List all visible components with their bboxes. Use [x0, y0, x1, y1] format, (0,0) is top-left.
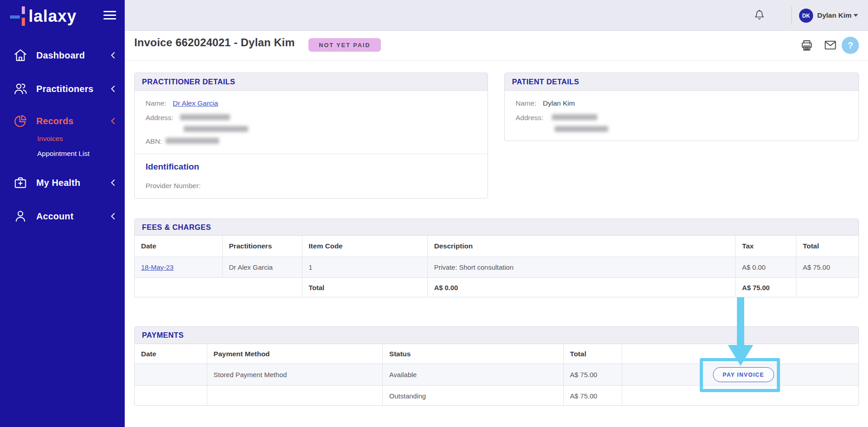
section-title: PAYMENTS [142, 331, 184, 340]
sidebar: lalaxy Dashboard Practitioners Records I… [0, 0, 125, 427]
topbar: DK Dylan Kim [125, 0, 868, 31]
total-label-cell: Total [302, 278, 428, 297]
help-button[interactable]: ? [842, 37, 859, 54]
chevron-left-icon [110, 117, 116, 125]
sidebar-item-records[interactable]: Records [0, 111, 125, 131]
fee-tax-cell: A$ 0.00 [736, 257, 796, 277]
home-icon [13, 48, 28, 63]
payment-date-cell [135, 386, 207, 406]
section-title: PATIENT DETAILS [512, 78, 579, 86]
logo-text: lalaxy [29, 6, 77, 27]
fees-table-row: 18-May-23 Dr Alex Garcia 1 Private: Shor… [135, 257, 858, 277]
user-name[interactable]: Dylan Kim [817, 11, 852, 19]
sidebar-item-label: My Health [36, 178, 80, 188]
section-title: FEES & CHARGES [142, 223, 211, 232]
practitioners-icon [13, 81, 28, 97]
patient-name: Dylan Kim [543, 99, 575, 107]
sidebar-subitem-appointment-list[interactable]: Appointment List [37, 150, 89, 158]
print-icon[interactable] [800, 38, 814, 53]
grand-total-cell: A$ 75.00 [736, 278, 796, 297]
fee-description-cell: Private: Short consultation [428, 257, 736, 277]
status-badge: NOT YET PAID [308, 38, 381, 52]
fee-total-cell: A$ 75.00 [796, 257, 858, 277]
col-header-item-code: Item Code [302, 236, 428, 257]
address-label: Address: [516, 114, 543, 122]
user-avatar[interactable]: DK [799, 9, 813, 23]
col-header-date: Date [135, 344, 207, 364]
col-header-total: Total [796, 236, 858, 257]
annotation-highlight-box [700, 358, 780, 392]
name-label: Name: [146, 99, 166, 107]
notifications-bell-icon[interactable] [753, 9, 766, 22]
fees-total-row: Total A$ 0.00 A$ 75.00 [135, 277, 858, 297]
fee-practitioner-cell: Dr Alex Garcia [223, 257, 302, 277]
sidebar-item-account[interactable]: Account [0, 206, 125, 227]
payment-method-cell [207, 386, 383, 406]
fee-date-link[interactable]: 18-May-23 [141, 263, 174, 271]
topbar-divider [791, 6, 792, 24]
halaxy-logo-icon [10, 6, 28, 27]
col-header-practitioners: Practitioners [223, 236, 302, 257]
sidebar-item-dashboard[interactable]: Dashboard [0, 45, 125, 66]
sidebar-item-label: Practitioners [36, 84, 93, 94]
main-content: DK Dylan Kim Invoice 662024021 - Dylan K… [125, 0, 868, 427]
redacted-address-line2 [555, 126, 608, 132]
sidebar-item-label: Records [36, 116, 73, 126]
medkit-icon [13, 175, 28, 190]
title-divider [125, 60, 868, 61]
fee-item-code-cell: 1 [302, 257, 428, 277]
card-header: FEES & CHARGES [135, 219, 858, 236]
provider-number-label: Provider Number: [146, 182, 200, 190]
practitioner-details-card: PRACTITIONER DETAILS Name: Dr Alex Garci… [134, 73, 488, 199]
card-header: PRACTITIONER DETAILS [135, 73, 488, 91]
payment-status-cell: Outstanding [383, 386, 564, 406]
payment-date-cell [135, 364, 207, 385]
sidebar-subitem-invoices[interactable]: Invoices [37, 135, 63, 143]
page-title: Invoice 662024021 - Dylan Kim [134, 36, 295, 49]
redacted-address-line1 [180, 114, 230, 120]
menu-toggle-icon[interactable] [103, 11, 116, 21]
fee-date-cell: 18-May-23 [135, 257, 223, 277]
person-icon [13, 209, 28, 224]
section-title: PRACTITIONER DETAILS [142, 78, 235, 86]
payment-total-cell: A$ 75.00 [564, 364, 622, 385]
card-header: PAYMENTS [135, 327, 858, 344]
chevron-left-icon [110, 52, 116, 59]
records-pie-icon [13, 113, 28, 129]
tax-sum-cell: A$ 0.00 [428, 278, 736, 297]
col-header-description: Description [428, 236, 736, 257]
sidebar-item-label: Dashboard [36, 50, 85, 61]
chevron-left-icon [110, 213, 116, 220]
practitioner-name-link[interactable]: Dr Alex Garcia [173, 99, 218, 107]
fees-charges-card: FEES & CHARGES Date Practitioners Item C… [134, 218, 859, 297]
email-icon[interactable] [823, 39, 838, 53]
identification-title: Identification [146, 162, 199, 172]
empty-cell [135, 278, 302, 297]
name-label: Name: [516, 99, 536, 107]
col-header-payment-method: Payment Method [207, 344, 383, 364]
redacted-abn [166, 138, 219, 144]
sidebar-item-my-health[interactable]: My Health [0, 172, 125, 193]
col-header-status: Status [383, 344, 564, 364]
card-header: PATIENT DETAILS [505, 73, 858, 91]
col-header-total: Total [564, 344, 622, 364]
col-header-tax: Tax [736, 236, 796, 257]
sidebar-item-practitioners[interactable]: Practitioners [0, 78, 125, 99]
redacted-address-line2 [184, 126, 248, 132]
halaxy-logo[interactable]: lalaxy [10, 5, 77, 28]
chevron-down-icon[interactable] [853, 14, 858, 17]
patient-details-card: PATIENT DETAILS Name: Dylan Kim Address: [504, 73, 859, 141]
abn-label: ABN: [146, 137, 162, 146]
chevron-left-icon [110, 85, 116, 92]
sidebar-item-label: Account [36, 211, 73, 222]
fees-header-row: Date Practitioners Item Code Description… [135, 236, 858, 257]
chevron-left-icon [110, 179, 116, 186]
payment-status-cell: Available [383, 364, 564, 385]
address-label: Address: [146, 114, 173, 122]
annotation-arrow-shaft [737, 297, 744, 345]
payment-method-cell: Stored Payment Method [207, 364, 383, 385]
col-header-date: Date [135, 236, 223, 257]
section-divider [135, 154, 488, 154]
redacted-address-line1 [552, 114, 597, 120]
empty-cell [796, 278, 858, 297]
